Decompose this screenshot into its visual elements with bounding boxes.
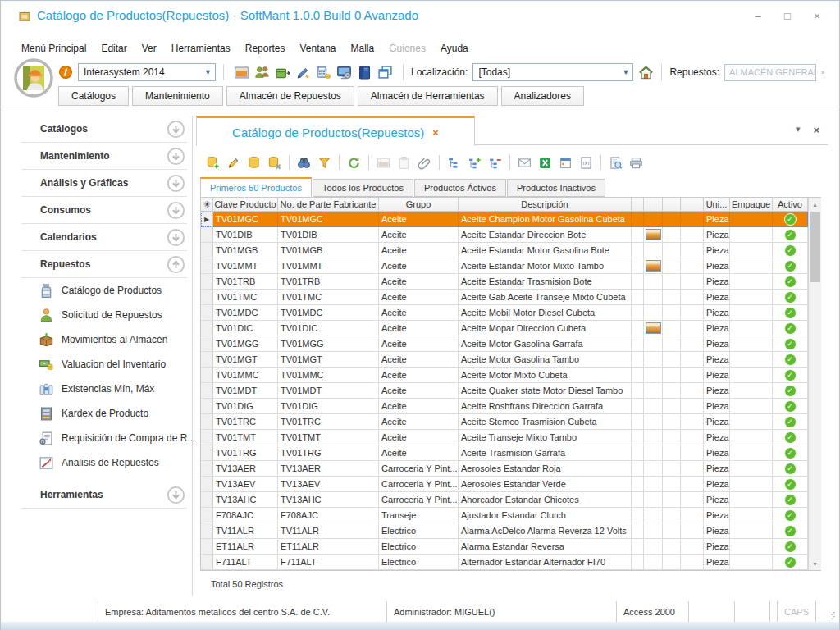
sidebar-item-3[interactable]: Valuacion del Inventario <box>21 352 187 377</box>
doc-toolbar-button-tree-plus[interactable] <box>464 155 485 170</box>
table-row[interactable]: TV01MDCTV01MDCAceiteAceite Mobil Motor D… <box>201 305 808 321</box>
sidebar-item-4[interactable]: Existencias Mín, Máx <box>21 377 187 401</box>
grid-column-header-3[interactable]: Grupo <box>379 198 459 212</box>
grid-column-header-1[interactable]: Clave Producto <box>213 198 278 212</box>
table-row[interactable]: F711ALTF711ALTElectricoAlternador Estand… <box>201 555 808 570</box>
sidebar-category-herramientas[interactable]: Herramientas <box>21 482 187 509</box>
toolbar-button-quill[interactable] <box>295 64 311 78</box>
sidebar-category-1[interactable]: Mantenimiento <box>21 143 187 170</box>
table-row[interactable]: TV13AEVTV13AEVCarroceria Y Pint...Aeroso… <box>201 477 808 492</box>
product-image-thumbnail[interactable] <box>646 322 661 334</box>
table-row[interactable]: TV01DIGTV01DIGAceiteAceite Roshfrans Dir… <box>201 399 808 414</box>
repuestos-field[interactable]: ALMACÉN GENERAL <box>724 64 816 81</box>
toolbar-button-monitor-gear[interactable] <box>336 64 352 78</box>
toolbar-button-archive[interactable] <box>275 64 290 78</box>
menu-item-2[interactable]: Ver <box>135 40 164 57</box>
menu-item-5[interactable]: Ventana <box>292 40 343 57</box>
scrollbar-thumb[interactable] <box>810 212 820 282</box>
grid-column-header-10[interactable]: Empaque <box>730 198 773 212</box>
table-row[interactable]: TV13AHCTV13AHCCarroceria Y Pint...Ahorca… <box>201 492 808 508</box>
table-row[interactable]: TV01MGTTV01MGTAceiteAceite Motor Gasolin… <box>201 352 808 368</box>
product-image-thumbnail[interactable] <box>646 229 661 240</box>
doc-toolbar-button-preview[interactable] <box>605 155 626 170</box>
more-options-icon[interactable]: ›› <box>821 69 824 76</box>
doc-toolbar-button-db-add[interactable] <box>203 155 223 170</box>
grid-column-header-2[interactable]: No. de Parte Fabricante <box>278 198 379 212</box>
doc-toolbar-button-paperclip[interactable] <box>414 155 435 170</box>
table-row[interactable]: ET11ALRET11ALRElectricoAlarma Estandar R… <box>201 539 808 555</box>
table-row[interactable]: TV01DIBTV01DIBAceiteAceite Estandar Dire… <box>201 227 808 243</box>
doc-toolbar-button-edit[interactable] <box>223 155 244 170</box>
home-icon[interactable] <box>638 65 654 80</box>
menu-item-1[interactable]: Editar <box>94 40 134 57</box>
ribbon-tab-1[interactable]: Mantenimiento <box>132 86 223 106</box>
minimize-button[interactable]: – <box>746 6 770 25</box>
close-button[interactable]: × <box>805 6 829 25</box>
table-row[interactable]: ▶TV01MGCTV01MGCAceiteAceite Champion Mot… <box>201 212 808 227</box>
doc-toolbar-button-excel[interactable] <box>535 155 555 170</box>
circle-arrow-up-icon[interactable] <box>167 255 185 274</box>
grid-column-header-4[interactable]: Descripción <box>459 198 632 212</box>
menu-item-0[interactable]: Menú Principal <box>14 40 94 57</box>
subtab-0[interactable]: Primeros 50 Productos <box>200 177 312 197</box>
table-row[interactable]: TV01TMTTV01TMTAceiteAceite Transeje Mixt… <box>201 430 808 445</box>
sidebar-category-5[interactable]: Repuestos <box>21 251 187 278</box>
grid-column-header-8[interactable] <box>681 198 704 212</box>
scroll-down-icon[interactable]: ▼ <box>809 557 822 570</box>
ribbon-tab-3[interactable]: Almacén de Herramientas <box>358 86 498 106</box>
table-row[interactable]: F708AJCF708AJCTransejeAjustador Estandar… <box>201 508 808 523</box>
document-tab-close-icon[interactable]: × <box>432 126 439 139</box>
subtab-1[interactable]: Todos los Productos <box>313 179 413 197</box>
toolbar-button-notebook[interactable] <box>357 64 372 78</box>
doc-toolbar-button-print[interactable] <box>626 155 646 170</box>
vertical-scrollbar[interactable]: ▲ ▼ <box>808 198 821 570</box>
doc-toolbar-button-db[interactable] <box>244 155 264 170</box>
toolbar-button-cascade[interactable] <box>377 64 393 78</box>
sidebar-category-0[interactable]: Catálogos <box>21 116 187 143</box>
scroll-up-icon[interactable]: ▲ <box>809 198 822 211</box>
sidebar-item-5[interactable]: Kardex de Producto <box>21 401 187 426</box>
grid-column-header-11[interactable]: Activo <box>773 198 808 212</box>
ribbon-tab-4[interactable]: Analizadores <box>501 86 584 106</box>
user-avatar[interactable] <box>14 58 53 98</box>
grid-column-header-5[interactable] <box>632 198 644 212</box>
maximize-button[interactable]: □ <box>775 6 800 25</box>
grid-column-header-6[interactable] <box>644 198 663 212</box>
product-image-thumbnail[interactable] <box>646 260 661 272</box>
sidebar-category-3[interactable]: Consumos <box>21 197 187 224</box>
toolbar-button-calculator[interactable] <box>316 64 331 78</box>
toolbar-button-users[interactable] <box>254 64 270 78</box>
circle-arrow-down-icon[interactable] <box>167 486 185 504</box>
panel-close-icon[interactable]: × <box>813 124 819 136</box>
alert-icon[interactable] <box>58 65 73 80</box>
table-row[interactable]: TV01TRBTV01TRBAceiteAceite Estandar Tras… <box>201 274 808 290</box>
ribbon-tab-2[interactable]: Almacén de Repuestos <box>226 86 354 106</box>
table-row[interactable]: TV01TRCTV01TRCAceiteAceite Stemco Trasmi… <box>201 414 808 430</box>
menu-item-6[interactable]: Malla <box>344 40 382 57</box>
sidebar-splitter[interactable] <box>192 116 193 596</box>
table-row[interactable]: TV01TMCTV01TMCAceiteAceite Gab Aceite Tr… <box>201 290 808 305</box>
panel-dropdown-icon[interactable]: ▾ <box>796 124 801 136</box>
table-row[interactable]: TV01DICTV01DICAceiteAceite Mopar Direcci… <box>201 321 808 336</box>
ribbon-tab-0[interactable]: Catálogos <box>58 86 129 106</box>
document-tab[interactable]: Catálogo de Productos(Repuestos) × <box>196 116 475 146</box>
localizacion-select[interactable]: [Todas]▼ <box>472 63 633 81</box>
doc-toolbar-button-filter[interactable] <box>314 155 335 170</box>
company-select[interactable]: Interasystem 2014▼ <box>78 63 216 81</box>
resize-grip[interactable]: ⡪ <box>816 601 839 622</box>
sidebar-category-4[interactable]: Calendarios <box>21 224 187 251</box>
sidebar-item-1[interactable]: Solicitud de Repuestos <box>21 303 187 327</box>
doc-toolbar-button-mail[interactable] <box>514 155 535 170</box>
table-row[interactable]: TV01MMCTV01MMCAceiteAceite Motor Mixto C… <box>201 368 808 383</box>
circle-arrow-down-icon[interactable] <box>167 147 185 166</box>
doc-toolbar-button-refresh[interactable] <box>344 155 364 170</box>
table-row[interactable]: TV01TRGTV01TRGAceiteAceite Trasmision Ga… <box>201 445 808 461</box>
sidebar-item-7[interactable]: Analisis de Repuestos <box>21 450 187 475</box>
grid-column-header-7[interactable] <box>663 198 681 212</box>
doc-toolbar-button-db-delete[interactable] <box>264 155 285 170</box>
doc-toolbar-button-tree[interactable] <box>444 155 464 170</box>
menu-item-3[interactable]: Herramientas <box>164 40 238 57</box>
table-row[interactable]: TV13AERTV13AERCarroceria Y Pint...Aeroso… <box>201 461 808 477</box>
table-row[interactable]: TV01MDTTV01MDTAceiteAceite Quaker state … <box>201 383 808 399</box>
table-row[interactable]: TV01MGBTV01MGBAceiteAceite Estandar Moto… <box>201 243 808 258</box>
